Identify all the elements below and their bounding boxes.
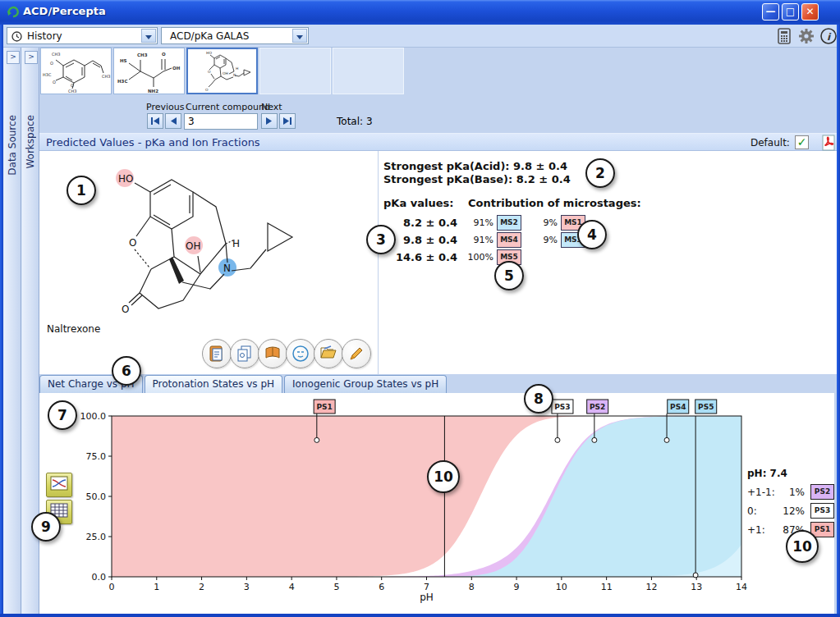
module-dropdown-value: ACD/pKa GALAS (170, 30, 249, 42)
compound-thumbnail-2[interactable]: HSCH3OOHH3CNH2 (113, 48, 185, 94)
compound-structure: HOOOHNHO (49, 158, 374, 322)
x-tick-label: 5 (333, 582, 339, 592)
previous-compound-button[interactable] (165, 113, 181, 129)
maximize-button[interactable]: □ (782, 3, 799, 21)
pka-microstates-table: 8.2 ± 0.491%MS29%MS19.8 ± 0.491%MS49%MS3… (393, 214, 585, 266)
fraction-value: 1% (778, 487, 805, 498)
callout-2: 2 (585, 158, 615, 188)
microstate-percent: 9% (536, 235, 558, 245)
callout-7: 7 (48, 400, 77, 430)
history-dropdown-value: History (27, 30, 62, 42)
current-compound-label: Current compound (186, 102, 270, 112)
svg-text:i: i (827, 31, 832, 43)
compound-thumbnail-1[interactable]: CH3OH3COCH3OCH3 (40, 48, 112, 94)
tab-protonation-states[interactable]: Protonation States vs pH (145, 375, 282, 393)
microstate-percent: 91% (467, 217, 493, 228)
microstate-chip[interactable]: MS2 (497, 215, 521, 231)
tab-ionogenic-group-states[interactable]: Ionogenic Group States vs pH (284, 375, 447, 393)
next-label: Next (261, 102, 282, 112)
atom-labels: HOOOHNHO (118, 173, 240, 315)
settings-button[interactable] (797, 27, 815, 45)
charge-label: +1-1: (747, 487, 778, 498)
microstate-chip[interactable]: MS4 (497, 232, 521, 248)
pka-row: 9.8 ± 0.491%MS49%MS3 (393, 231, 585, 249)
settings-gear-icon (797, 27, 815, 45)
svg-text:CH3: CH3 (52, 52, 60, 57)
close-button[interactable]: ✕ (801, 3, 819, 21)
svg-text:H3C: H3C (117, 79, 127, 84)
module-dropdown-arrow[interactable] (292, 29, 307, 43)
module-dropdown[interactable]: ACD/pKa GALAS (161, 27, 309, 44)
expand-icon[interactable]: > (25, 51, 38, 64)
last-compound-button[interactable] (279, 113, 296, 129)
atom-label: OH (186, 240, 200, 252)
x-tick-label: 11 (601, 582, 613, 592)
callout-8: 8 (524, 384, 553, 414)
y-tick-label: 0.0 (92, 572, 107, 583)
pdf-icon (820, 135, 837, 151)
calculator-button[interactable] (775, 27, 793, 45)
compound-thumbnail-3-selected[interactable]: HOOOHNHO (186, 48, 258, 94)
microstate-percent: 100% (467, 252, 493, 263)
dictionary-button[interactable] (258, 339, 287, 368)
svg-text:CH3: CH3 (68, 89, 76, 94)
smiles-button[interactable] (286, 339, 315, 368)
copy-icon (236, 345, 253, 363)
paste-structure-button[interactable] (202, 339, 232, 368)
maximize-icon: □ (783, 4, 798, 20)
sidebar-tab-data-source[interactable]: > Data Source (3, 48, 21, 614)
protonation-states-chart[interactable]: PS1PS3PS2PS4PS5012345678910111213140.025… (39, 393, 834, 614)
compound-thumbnail-empty-1[interactable] (259, 48, 331, 94)
sidebar-tab-label: Workspace (25, 115, 36, 169)
copy-structure-button[interactable] (230, 339, 259, 368)
open-folder-icon (319, 345, 337, 361)
microstate-percent: 91% (467, 235, 493, 245)
first-compound-button[interactable] (147, 113, 163, 129)
fraction-value: 12% (778, 505, 805, 517)
info-button[interactable]: i (819, 27, 838, 45)
minimize-icon: — (763, 4, 778, 20)
svg-text:H: H (236, 66, 238, 71)
x-tick-label: 9 (514, 582, 520, 592)
y-tick-label: 25.0 (86, 532, 107, 542)
window-border-bottom (0, 614, 840, 617)
next-icon (265, 117, 273, 126)
expand-icon[interactable]: > (7, 51, 20, 64)
history-dropdown[interactable]: History (7, 27, 158, 44)
svg-text:OH: OH (223, 71, 228, 75)
atom-label: HO (118, 173, 133, 185)
book-icon (264, 345, 282, 361)
x-tick-label: 8 (469, 582, 475, 592)
x-tick-label: 10 (556, 582, 567, 592)
ph-value-label: pH: 7.4 (747, 468, 834, 479)
compound-thumbnail-empty-2[interactable] (333, 48, 404, 94)
microstates-label: Contribution of microstages: (468, 197, 641, 209)
open-file-button[interactable] (314, 339, 343, 368)
default-checkbox[interactable]: ✓ (795, 135, 809, 149)
ps-chip[interactable]: PS3 (810, 503, 834, 519)
x-tick-label: 0 (109, 582, 115, 592)
minimize-button[interactable]: — (762, 3, 779, 21)
info-icon: i (819, 27, 838, 45)
ps-chip[interactable]: PS2 (810, 484, 834, 500)
smiley-icon (291, 345, 310, 363)
callout-5: 5 (494, 261, 524, 290)
svg-text:H3C: H3C (43, 72, 52, 77)
strongest-acid-value: Strongest pKa(Acid): 9.8 ± 0.4 (383, 160, 567, 172)
svg-text:O: O (205, 88, 209, 92)
close-icon: ✕ (802, 4, 818, 20)
previous-label: Previous (146, 102, 185, 112)
current-compound-input[interactable] (184, 113, 258, 130)
pencil-icon (347, 345, 365, 363)
x-tick-label: 14 (736, 582, 747, 592)
callout-6: 6 (112, 356, 141, 386)
atom-label: O (129, 237, 136, 249)
svg-text:NH2: NH2 (148, 89, 158, 94)
next-compound-button[interactable] (261, 113, 278, 129)
callout-1: 1 (67, 176, 96, 205)
compound-name: Naltrexone (47, 323, 100, 335)
edit-structure-button[interactable] (342, 339, 371, 368)
x-axis-label: pH (420, 592, 434, 603)
atom-label: O (122, 304, 129, 315)
history-dropdown-arrow[interactable] (141, 29, 156, 43)
